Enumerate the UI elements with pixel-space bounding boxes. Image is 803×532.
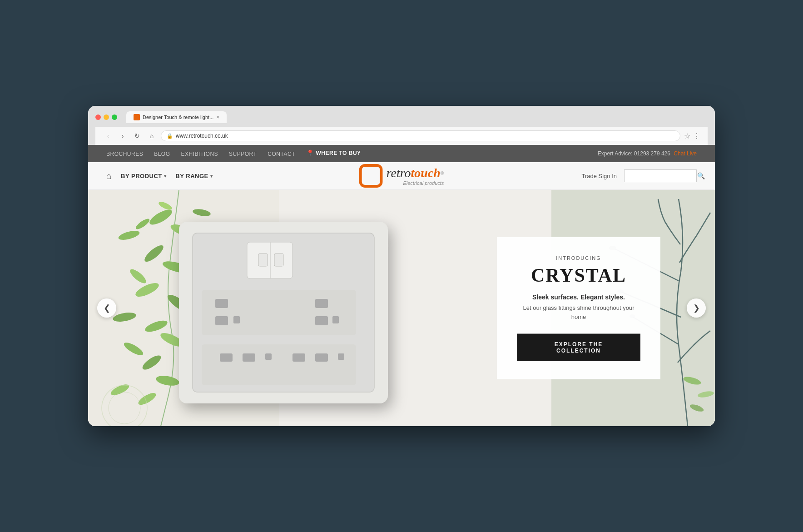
svg-rect-42: [233, 316, 240, 323]
toolbar-actions: ☆ ⋮: [684, 132, 700, 140]
logo-icon: [359, 164, 383, 188]
nav-item-where-to-buy[interactable]: 📍 WHERE TO BUY: [306, 149, 361, 158]
nav-item-blog[interactable]: BLOG: [154, 149, 170, 158]
prev-arrow-icon: ❮: [104, 303, 110, 313]
top-nav-links: BROCHURES BLOG EXHIBITIONS SUPPORT CONTA…: [106, 149, 361, 158]
lock-icon: 🔒: [167, 133, 173, 139]
by-range-label: BY RANGE: [175, 173, 208, 179]
location-pin-icon: 📍: [306, 149, 314, 157]
svg-rect-49: [265, 353, 272, 360]
nav-item-contact[interactable]: CONTACT: [268, 149, 295, 158]
svg-rect-52: [338, 353, 344, 360]
minimize-button[interactable]: [104, 114, 109, 120]
by-product-label: BY PRODUCT: [121, 173, 162, 179]
refresh-button[interactable]: ↻: [132, 130, 143, 141]
back-button[interactable]: ‹: [103, 130, 114, 141]
address-bar[interactable]: 🔒 www.retrotouch.co.uk: [161, 130, 680, 141]
logo-registered: ®: [441, 171, 444, 176]
logo-text: retrotouch®: [387, 166, 444, 180]
explore-collection-button[interactable]: EXPLORE THE COLLECTION: [517, 334, 640, 361]
svg-rect-48: [243, 353, 255, 362]
svg-rect-38: [274, 254, 283, 266]
svg-rect-47: [220, 353, 233, 362]
svg-rect-44: [315, 316, 328, 325]
top-nav: BROCHURES BLOG EXHIBITIONS SUPPORT CONTA…: [88, 145, 715, 162]
home-icon[interactable]: ⌂: [106, 171, 112, 181]
browser-toolbar: ‹ › ↻ ⌂ 🔒 www.retrotouch.co.uk ☆ ⋮: [95, 127, 708, 145]
tab-close-button[interactable]: ×: [216, 114, 219, 120]
slider-next-button[interactable]: ❯: [687, 298, 706, 318]
svg-rect-35: [247, 242, 292, 278]
svg-rect-40: [215, 299, 228, 308]
svg-rect-45: [332, 316, 339, 323]
maximize-button[interactable]: [112, 114, 117, 120]
svg-rect-51: [315, 353, 328, 362]
hero-slider: ❮ ❯ INTRODUCING CRYSTAL Sleek surfaces. …: [88, 190, 715, 426]
svg-rect-0: [361, 165, 382, 186]
by-range-chevron: ▾: [210, 174, 213, 179]
main-header: ⌂ BY PRODUCT ▾ BY RANGE ▾: [88, 162, 715, 190]
next-arrow-icon: ❯: [693, 303, 700, 313]
more-options-icon[interactable]: ⋮: [693, 132, 700, 140]
svg-rect-41: [215, 316, 228, 325]
slider-prev-button[interactable]: ❮: [97, 298, 116, 318]
by-product-dropdown[interactable]: BY PRODUCT ▾: [121, 173, 166, 179]
header-right: Trade Sign In 🔍: [581, 169, 697, 182]
header-left: ⌂ BY PRODUCT ▾ BY RANGE ▾: [106, 171, 213, 181]
nav-item-support[interactable]: SUPPORT: [229, 149, 257, 158]
tab-favicon: [134, 114, 140, 120]
promo-description: Let our glass fittings shine throughout …: [517, 303, 640, 321]
promo-title: CRYSTAL: [517, 264, 640, 286]
logo-touch: touch: [411, 166, 441, 180]
socket-product-image: [143, 204, 424, 422]
promo-card: INTRODUCING CRYSTAL Sleek surfaces. Eleg…: [497, 237, 660, 379]
phone-number: Expert Advice: 01293 279 426: [598, 150, 670, 157]
by-product-chevron: ▾: [164, 174, 167, 179]
nav-item-exhibitions[interactable]: EXHIBITIONS: [181, 149, 218, 158]
trade-sign-in[interactable]: Trade Sign In: [581, 173, 617, 179]
top-nav-right: Expert Advice: 01293 279 426 Chat Live: [598, 150, 697, 157]
promo-subtitle: Sleek surfaces. Elegant styles.: [517, 293, 640, 301]
logo-retro: retro: [387, 166, 411, 180]
svg-rect-46: [202, 344, 356, 385]
svg-rect-39: [202, 290, 356, 335]
nav-item-brochures[interactable]: BROCHURES: [106, 149, 143, 158]
forward-button[interactable]: ›: [117, 130, 128, 141]
promo-introducing: INTRODUCING: [517, 255, 640, 261]
by-range-dropdown[interactable]: BY RANGE ▾: [175, 173, 213, 179]
website-content: BROCHURES BLOG EXHIBITIONS SUPPORT CONTA…: [88, 145, 715, 426]
svg-rect-50: [292, 353, 305, 362]
tab-bar: Designer Touch & remote light... ×: [126, 111, 227, 123]
search-input[interactable]: [629, 173, 697, 179]
svg-rect-37: [258, 254, 268, 266]
svg-rect-43: [315, 299, 328, 308]
traffic-lights: [95, 114, 117, 120]
close-button[interactable]: [95, 114, 101, 120]
home-nav-button[interactable]: ⌂: [146, 130, 157, 141]
search-icon[interactable]: 🔍: [697, 172, 705, 179]
logo[interactable]: retrotouch® Electrical products: [359, 164, 444, 188]
browser-titlebar: Designer Touch & remote light... × ‹ › ↻…: [88, 106, 715, 145]
browser-controls: Designer Touch & remote light... ×: [95, 111, 708, 123]
search-box[interactable]: 🔍: [624, 169, 697, 182]
tab-title: Designer Touch & remote light...: [143, 114, 213, 120]
logo-tagline: Electrical products: [387, 180, 444, 186]
browser-tab[interactable]: Designer Touch & remote light... ×: [126, 111, 227, 123]
bookmark-icon[interactable]: ☆: [684, 132, 690, 140]
url-display: www.retrotouch.co.uk: [176, 133, 228, 139]
chat-live-link[interactable]: Chat Live: [674, 150, 697, 157]
browser-window: Designer Touch & remote light... × ‹ › ↻…: [88, 106, 715, 426]
